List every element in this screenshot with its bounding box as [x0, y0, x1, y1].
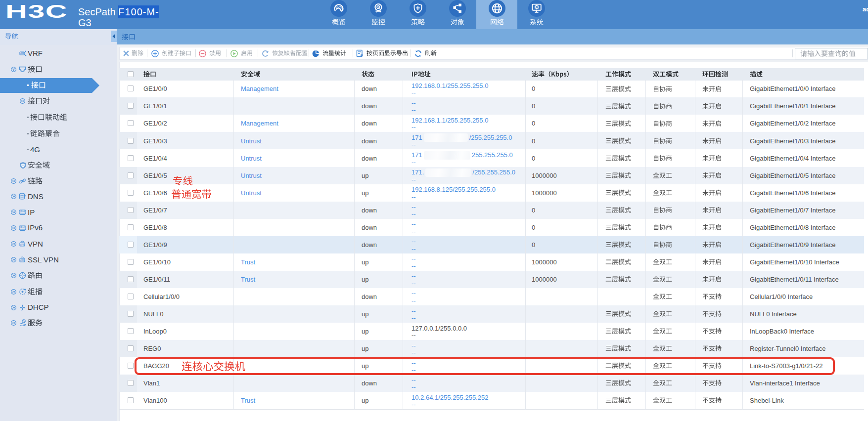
svg-text:IPv4: IPv4: [20, 210, 25, 213]
svg-text:IPv6: IPv6: [20, 226, 25, 229]
svg-text:VRF: VRF: [20, 52, 25, 55]
svg-text:VPN: VPN: [20, 244, 24, 246]
svg-text:VPN: VPN: [20, 259, 24, 262]
